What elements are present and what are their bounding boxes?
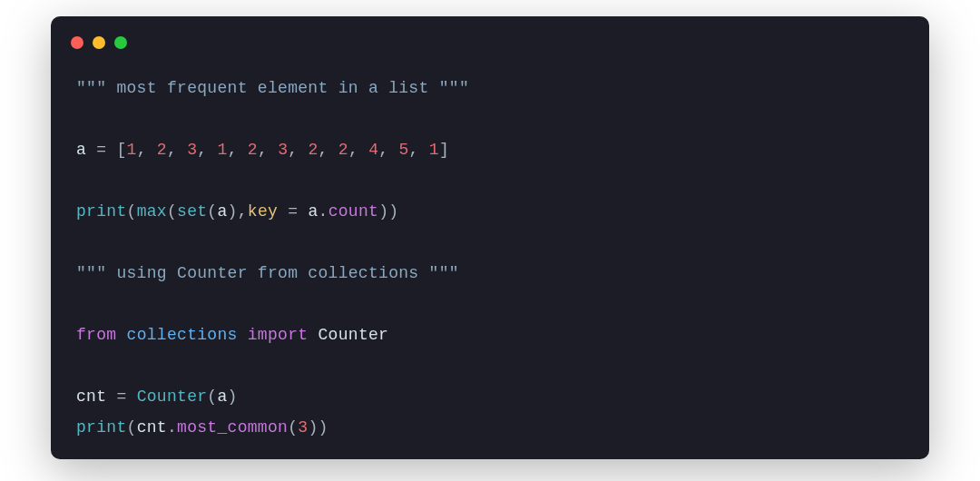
code-token: =	[278, 202, 308, 221]
code-token: set	[177, 202, 207, 221]
code-token: a	[217, 388, 227, 406]
code-window: """ most frequent element in a list """ …	[51, 16, 929, 459]
code-token: """	[439, 79, 469, 97]
code-token: (	[127, 202, 137, 221]
code-frame: """ most frequent element in a list """ …	[51, 16, 929, 459]
code-token: 3	[187, 141, 197, 159]
code-token: ,	[409, 141, 429, 159]
code-line	[76, 165, 904, 196]
code-token: cnt	[76, 388, 116, 406]
code-token	[308, 326, 318, 344]
code-token: ))	[378, 202, 398, 221]
code-block: """ most frequent element in a list """ …	[76, 73, 904, 443]
code-token: 4	[368, 141, 378, 159]
code-token: ,	[288, 141, 308, 159]
code-line: print(max(set(a),key = a.count))	[76, 196, 904, 227]
code-token: print	[76, 202, 127, 221]
code-line: print(cnt.most_common(3))	[76, 412, 904, 443]
code-token: ,	[137, 141, 157, 159]
code-token: key	[248, 202, 278, 221]
code-token: ,	[228, 141, 248, 159]
code-token: 2	[338, 141, 348, 159]
code-token: (	[288, 418, 298, 437]
code-line	[76, 350, 904, 381]
code-token: 2	[248, 141, 258, 159]
code-token: 3	[278, 141, 288, 159]
code-token: from	[76, 326, 116, 344]
code-token: max	[137, 202, 167, 221]
code-token: ),	[228, 202, 248, 221]
code-token: count	[328, 202, 379, 221]
code-token: (	[207, 388, 217, 406]
code-token: """	[76, 264, 106, 282]
code-token: collections	[127, 326, 238, 344]
code-token: .	[167, 418, 177, 437]
code-line	[76, 227, 904, 258]
code-token: )	[228, 388, 238, 406]
code-token: ,	[318, 141, 338, 159]
code-token: ))	[308, 418, 328, 437]
code-token: print	[76, 418, 127, 437]
code-line: """ most frequent element in a list """	[76, 73, 904, 103]
code-token: cnt	[137, 418, 167, 437]
code-token: a	[76, 141, 96, 159]
code-line: """ using Counter from collections """	[76, 258, 904, 289]
code-token: (	[167, 202, 177, 221]
code-token: Counter	[318, 326, 389, 344]
code-token: ]	[439, 141, 449, 159]
code-token: """	[76, 79, 106, 97]
code-line: a = [1, 2, 3, 1, 2, 3, 2, 2, 4, 5, 1]	[76, 134, 904, 165]
code-token: import	[248, 326, 309, 344]
code-token: (	[207, 202, 217, 221]
code-token: most frequent element in a list	[106, 79, 438, 97]
code-token: = [	[96, 141, 126, 159]
code-token: 2	[309, 141, 318, 159]
code-token: using Counter from collections	[106, 264, 428, 282]
code-token: (	[127, 418, 137, 437]
code-token: 1	[218, 141, 228, 159]
code-token: ,	[348, 141, 368, 159]
code-token: ,	[197, 141, 217, 159]
code-token: ,	[258, 141, 278, 159]
code-token: """	[429, 264, 459, 282]
maximize-icon[interactable]	[114, 36, 127, 49]
code-token: 3	[298, 418, 308, 437]
code-token: .	[318, 202, 328, 221]
close-icon[interactable]	[71, 36, 83, 49]
code-token: a	[217, 202, 227, 221]
code-line: from collections import Counter	[76, 319, 904, 350]
code-token: 2	[157, 141, 167, 159]
minimize-icon[interactable]	[93, 36, 105, 49]
code-token: 5	[398, 141, 408, 159]
code-token: 1	[127, 141, 137, 159]
code-line	[76, 103, 904, 134]
code-token: Counter	[137, 388, 208, 406]
code-token: ,	[167, 141, 187, 159]
code-line	[76, 289, 904, 319]
code-line: cnt = Counter(a)	[76, 381, 904, 412]
code-token: 1	[429, 141, 439, 159]
code-token	[238, 326, 248, 344]
code-token	[116, 326, 126, 344]
code-token: =	[116, 388, 136, 406]
code-token: ,	[378, 141, 398, 159]
window-controls	[71, 36, 127, 49]
code-token: a	[308, 202, 318, 221]
code-token: most_common	[177, 418, 288, 437]
